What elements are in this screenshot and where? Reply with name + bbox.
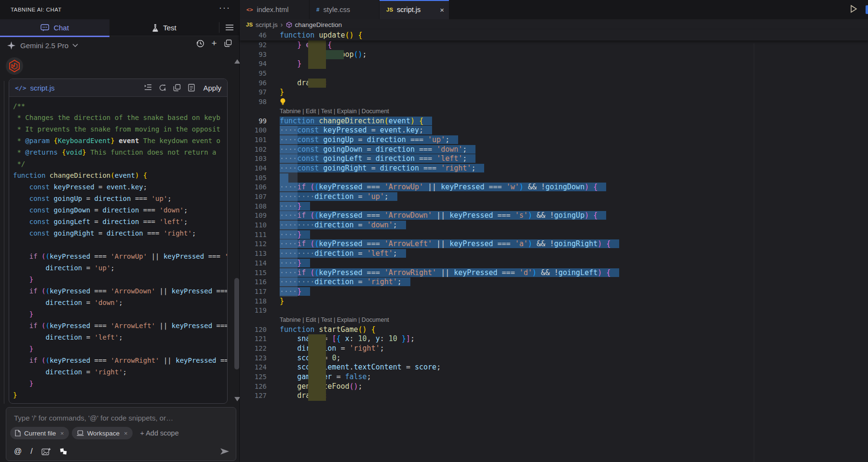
attach-image-icon[interactable] (41, 448, 51, 456)
line-number[interactable]: 108 (240, 202, 268, 211)
line-number[interactable]: 109 (240, 211, 268, 221)
line-number[interactable]: 123 (240, 354, 268, 363)
line-number[interactable]: 125 (240, 372, 268, 382)
send-icon[interactable] (219, 447, 230, 456)
codelens-edit[interactable]: Edit (306, 108, 316, 115)
remove-chip-icon[interactable]: × (124, 430, 128, 437)
code-line-content[interactable]: generateFood(); (268, 382, 868, 392)
codelens-document[interactable]: Document (362, 317, 389, 323)
code-line-content[interactable]: gameOver = false; (268, 372, 868, 382)
breadcrumb-symbol[interactable]: changeDirection (295, 21, 342, 28)
line-number[interactable]: 105 (240, 173, 268, 183)
code-line-content[interactable]: ····} (268, 230, 868, 240)
new-chat-icon[interactable]: + (210, 39, 218, 48)
code-line-content[interactable]: draw(); (268, 391, 868, 401)
codelens-edit[interactable]: Edit (306, 317, 316, 323)
line-number[interactable]: 100 (240, 126, 268, 135)
line-number[interactable]: 99 (240, 117, 268, 126)
codelens-tabnine[interactable]: Tabnine (280, 108, 301, 115)
code-line-content[interactable]: function changeDirection(event) { (268, 117, 868, 126)
line-number[interactable]: 107 (240, 192, 268, 202)
code-line-content[interactable]: ········direction = 'left'; (268, 249, 868, 259)
blocks-icon[interactable] (59, 448, 68, 455)
line-number[interactable]: 106 (240, 183, 268, 192)
line-number[interactable]: 113 (240, 249, 268, 259)
chat-input-placeholder[interactable]: Type '/' for commands, '@' for code snip… (14, 414, 173, 422)
code-line-content[interactable]: direction = 'right'; (268, 344, 868, 354)
editor-tab-script.js[interactable]: JSscript.js× (380, 0, 449, 19)
code-line-content[interactable]: ····if ((keyPressed === 'ArrowUp' || key… (268, 183, 868, 192)
code-line-content[interactable]: ····const goingLeft = direction === 'lef… (268, 154, 868, 164)
code-line-content[interactable]: } (268, 59, 868, 69)
code-line-content[interactable]: score = 0; (268, 354, 868, 363)
code-line-content[interactable]: } (268, 88, 868, 97)
breadcrumb-file[interactable]: script.js (256, 21, 278, 28)
copy-code-icon[interactable] (173, 84, 181, 92)
code-line-content[interactable]: ····const goingDown = direction === 'dow… (268, 145, 868, 155)
line-number[interactable]: 104 (240, 164, 268, 173)
code-line-content[interactable]: snake.pop(); (268, 50, 868, 60)
lightbulb-icon[interactable] (280, 97, 286, 106)
code-line-content[interactable]: ····if ((keyPressed === 'ArrowRight' || … (268, 268, 868, 278)
line-number[interactable]: 127 (240, 391, 268, 401)
line-number[interactable]: 110 (240, 221, 268, 230)
chat-input-container[interactable]: Type '/' for commands, '@' for code snip… (6, 407, 236, 461)
run-file-icon[interactable] (850, 5, 857, 13)
mention-button[interactable]: @ (14, 447, 22, 456)
line-number[interactable]: 97 (240, 88, 268, 97)
code-line-content[interactable]: } (268, 297, 868, 306)
code-line-content[interactable] (268, 69, 868, 79)
line-number[interactable]: 119 (240, 306, 268, 316)
code-line-content[interactable]: ········direction = 'up'; (268, 192, 868, 202)
line-number[interactable]: 94 (240, 59, 268, 69)
line-number[interactable]: 120 (240, 325, 268, 335)
slash-command-button[interactable]: / (30, 447, 32, 456)
tab-chat[interactable]: Chat (0, 19, 109, 36)
line-number[interactable]: 122 (240, 344, 268, 354)
remove-chip-icon[interactable]: × (60, 430, 64, 437)
line-number[interactable]: 121 (240, 334, 268, 344)
line-number[interactable]: 118 (240, 297, 268, 306)
code-line-content[interactable]: ····if ((keyPressed === 'ArrowLeft' || k… (268, 239, 868, 249)
line-number[interactable]: 126 (240, 382, 268, 392)
line-number[interactable]: 115 (240, 268, 268, 278)
line-number[interactable]: 92 (240, 40, 268, 50)
code-line-content[interactable]: ····} (268, 287, 868, 297)
insert-at-cursor-icon[interactable] (144, 84, 152, 92)
code-line-content[interactable]: ····const keyPressed = event.key; (268, 126, 868, 135)
codelens-test[interactable]: Test (321, 317, 332, 323)
scope-chip-workspace[interactable]: Workspace× (72, 427, 133, 439)
history-icon[interactable] (196, 39, 204, 48)
codelens-test[interactable]: Test (321, 108, 332, 115)
add-scope-button[interactable]: + Add scope (140, 429, 179, 437)
line-number[interactable]: 112 (240, 239, 268, 249)
code-line-content[interactable] (268, 306, 868, 316)
codelens-explain[interactable]: Explain (337, 317, 357, 323)
line-number[interactable]: 95 (240, 69, 268, 79)
line-number[interactable]: 117 (240, 287, 268, 297)
hamburger-menu-icon[interactable] (219, 22, 239, 33)
code-line-content[interactable]: ····const goingRight = direction === 'ri… (268, 164, 868, 173)
model-name[interactable]: Gemini 2.5 Pro (20, 41, 68, 50)
code-line-content[interactable]: ····} (268, 259, 868, 268)
code-line-content[interactable]: draw(); (268, 79, 868, 88)
regenerate-icon[interactable] (158, 84, 166, 92)
codelens-tabnine[interactable]: Tabnine (280, 317, 301, 323)
chevron-down-icon[interactable] (72, 43, 78, 47)
line-number[interactable]: 102 (240, 145, 268, 155)
line-number[interactable]: 96 (240, 79, 268, 88)
editor-tab-style.css[interactable]: #style.css (310, 0, 380, 19)
line-number[interactable]: 111 (240, 230, 268, 240)
line-number[interactable]: 93 (240, 50, 268, 60)
code-line-content[interactable]: ····if ((keyPressed === 'ArrowDown' || k… (268, 211, 868, 221)
scope-chip-current-file[interactable]: Current file× (10, 427, 69, 439)
editor-tab-index.html[interactable]: <>index.html (240, 0, 310, 19)
line-number[interactable]: 98 (240, 97, 268, 107)
open-file-icon[interactable] (187, 84, 195, 92)
code-line-content[interactable]: ········direction = 'down'; (268, 221, 868, 230)
codelens-document[interactable]: Document (362, 108, 389, 115)
line-number[interactable]: 101 (240, 135, 268, 145)
line-number[interactable]: 124 (240, 363, 268, 372)
code-line-content[interactable] (268, 97, 868, 107)
copy-conversation-icon[interactable] (224, 39, 232, 48)
